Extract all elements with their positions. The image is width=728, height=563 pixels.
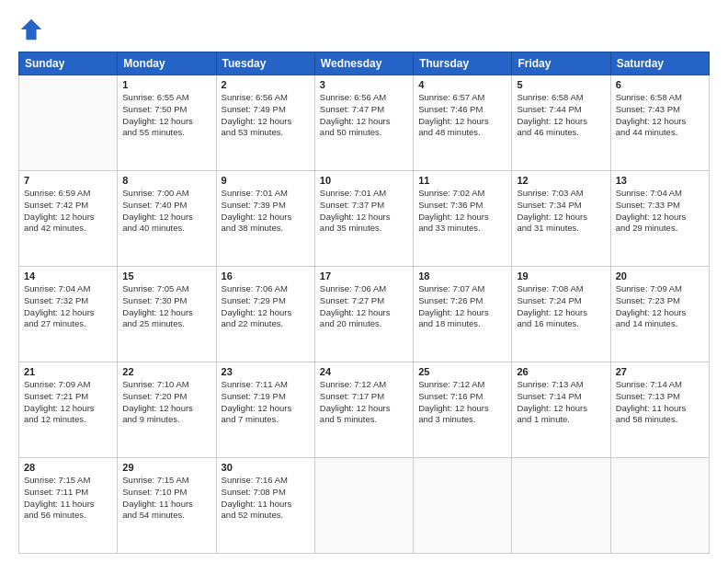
page: SundayMondayTuesdayWednesdayThursdayFrid… xyxy=(0,0,728,563)
cell-info: Sunrise: 7:08 AM Sunset: 7:24 PM Dayligh… xyxy=(517,283,605,330)
day-number: 9 xyxy=(222,175,310,186)
day-number: 7 xyxy=(24,175,112,186)
calendar-cell xyxy=(512,458,610,554)
cell-info: Sunrise: 7:05 AM Sunset: 7:30 PM Dayligh… xyxy=(122,283,210,330)
cell-info: Sunrise: 6:56 AM Sunset: 7:47 PM Dayligh… xyxy=(320,92,408,139)
calendar-cell xyxy=(19,75,118,171)
cell-info: Sunrise: 7:02 AM Sunset: 7:36 PM Dayligh… xyxy=(418,188,506,235)
cell-info: Sunrise: 7:01 AM Sunset: 7:37 PM Dayligh… xyxy=(320,188,408,235)
calendar-cell: 17Sunrise: 7:06 AM Sunset: 7:27 PM Dayli… xyxy=(314,267,413,362)
calendar-cell: 29Sunrise: 7:15 AM Sunset: 7:10 PM Dayli… xyxy=(118,458,216,554)
calendar-cell xyxy=(414,458,512,554)
svg-marker-0 xyxy=(21,19,41,40)
cell-info: Sunrise: 7:01 AM Sunset: 7:39 PM Dayligh… xyxy=(222,188,310,235)
calendar-week-row-4: 21Sunrise: 7:09 AM Sunset: 7:21 PM Dayli… xyxy=(19,362,710,458)
weekday-header-saturday: Saturday xyxy=(610,52,709,75)
day-number: 22 xyxy=(122,366,210,377)
cell-info: Sunrise: 7:15 AM Sunset: 7:11 PM Dayligh… xyxy=(24,475,112,522)
cell-info: Sunrise: 6:58 AM Sunset: 7:44 PM Dayligh… xyxy=(517,92,605,139)
calendar-cell: 21Sunrise: 7:09 AM Sunset: 7:21 PM Dayli… xyxy=(19,362,118,458)
calendar-cell: 12Sunrise: 7:03 AM Sunset: 7:34 PM Dayli… xyxy=(512,171,610,267)
calendar-cell: 19Sunrise: 7:08 AM Sunset: 7:24 PM Dayli… xyxy=(512,267,610,362)
day-number: 19 xyxy=(517,270,605,282)
logo-icon xyxy=(18,17,44,42)
cell-info: Sunrise: 7:12 AM Sunset: 7:16 PM Dayligh… xyxy=(418,379,506,426)
cell-info: Sunrise: 7:03 AM Sunset: 7:34 PM Dayligh… xyxy=(517,188,605,235)
calendar-cell: 1Sunrise: 6:55 AM Sunset: 7:50 PM Daylig… xyxy=(118,75,216,171)
day-number: 13 xyxy=(616,175,704,186)
day-number: 18 xyxy=(418,270,506,282)
day-number: 2 xyxy=(222,79,310,90)
calendar-table: SundayMondayTuesdayWednesdayThursdayFrid… xyxy=(18,52,710,554)
weekday-header-tuesday: Tuesday xyxy=(216,52,314,75)
weekday-header-monday: Monday xyxy=(118,52,216,75)
day-number: 12 xyxy=(517,175,605,186)
cell-info: Sunrise: 7:14 AM Sunset: 7:13 PM Dayligh… xyxy=(616,379,704,426)
calendar-cell xyxy=(610,458,709,554)
day-number: 20 xyxy=(616,270,704,282)
cell-info: Sunrise: 7:06 AM Sunset: 7:27 PM Dayligh… xyxy=(320,283,408,330)
weekday-header-sunday: Sunday xyxy=(19,52,118,75)
weekday-header-friday: Friday xyxy=(512,52,610,75)
cell-info: Sunrise: 7:11 AM Sunset: 7:19 PM Dayligh… xyxy=(222,379,310,426)
cell-info: Sunrise: 7:16 AM Sunset: 7:08 PM Dayligh… xyxy=(222,475,310,522)
calendar-cell: 6Sunrise: 6:58 AM Sunset: 7:43 PM Daylig… xyxy=(610,75,709,171)
day-number: 23 xyxy=(222,366,310,377)
calendar-cell: 18Sunrise: 7:07 AM Sunset: 7:26 PM Dayli… xyxy=(414,267,512,362)
cell-info: Sunrise: 6:59 AM Sunset: 7:42 PM Dayligh… xyxy=(24,188,112,235)
cell-info: Sunrise: 7:15 AM Sunset: 7:10 PM Dayligh… xyxy=(122,475,210,522)
calendar-cell: 13Sunrise: 7:04 AM Sunset: 7:33 PM Dayli… xyxy=(610,171,709,267)
cell-info: Sunrise: 6:57 AM Sunset: 7:46 PM Dayligh… xyxy=(418,92,506,139)
calendar-week-row-2: 7Sunrise: 6:59 AM Sunset: 7:42 PM Daylig… xyxy=(19,171,710,267)
calendar-cell: 14Sunrise: 7:04 AM Sunset: 7:32 PM Dayli… xyxy=(19,267,118,362)
cell-info: Sunrise: 6:56 AM Sunset: 7:49 PM Dayligh… xyxy=(222,92,310,139)
day-number: 3 xyxy=(320,79,408,90)
calendar-week-row-3: 14Sunrise: 7:04 AM Sunset: 7:32 PM Dayli… xyxy=(19,267,710,362)
day-number: 26 xyxy=(517,366,605,377)
calendar-week-row-5: 28Sunrise: 7:15 AM Sunset: 7:11 PM Dayli… xyxy=(19,458,710,554)
day-number: 16 xyxy=(222,270,310,282)
day-number: 21 xyxy=(24,366,112,377)
weekday-header-thursday: Thursday xyxy=(414,52,512,75)
calendar-cell: 28Sunrise: 7:15 AM Sunset: 7:11 PM Dayli… xyxy=(19,458,118,554)
day-number: 28 xyxy=(24,462,112,473)
cell-info: Sunrise: 7:06 AM Sunset: 7:29 PM Dayligh… xyxy=(222,283,310,330)
calendar-cell: 22Sunrise: 7:10 AM Sunset: 7:20 PM Dayli… xyxy=(118,362,216,458)
calendar-cell: 26Sunrise: 7:13 AM Sunset: 7:14 PM Dayli… xyxy=(512,362,610,458)
cell-info: Sunrise: 7:04 AM Sunset: 7:33 PM Dayligh… xyxy=(616,188,704,235)
day-number: 27 xyxy=(616,366,704,377)
calendar-cell: 10Sunrise: 7:01 AM Sunset: 7:37 PM Dayli… xyxy=(314,171,413,267)
weekday-header-row: SundayMondayTuesdayWednesdayThursdayFrid… xyxy=(19,52,710,75)
day-number: 1 xyxy=(122,79,210,90)
calendar-cell: 16Sunrise: 7:06 AM Sunset: 7:29 PM Dayli… xyxy=(216,267,314,362)
day-number: 5 xyxy=(517,79,605,90)
day-number: 14 xyxy=(24,270,112,282)
day-number: 24 xyxy=(320,366,408,377)
cell-info: Sunrise: 7:00 AM Sunset: 7:40 PM Dayligh… xyxy=(122,188,210,235)
weekday-header-wednesday: Wednesday xyxy=(314,52,413,75)
calendar-cell: 5Sunrise: 6:58 AM Sunset: 7:44 PM Daylig… xyxy=(512,75,610,171)
cell-info: Sunrise: 6:55 AM Sunset: 7:50 PM Dayligh… xyxy=(122,92,210,139)
calendar-cell: 3Sunrise: 6:56 AM Sunset: 7:47 PM Daylig… xyxy=(314,75,413,171)
calendar-cell: 7Sunrise: 6:59 AM Sunset: 7:42 PM Daylig… xyxy=(19,171,118,267)
cell-info: Sunrise: 7:09 AM Sunset: 7:21 PM Dayligh… xyxy=(24,379,112,426)
day-number: 11 xyxy=(418,175,506,186)
calendar-cell: 15Sunrise: 7:05 AM Sunset: 7:30 PM Dayli… xyxy=(118,267,216,362)
calendar-cell: 11Sunrise: 7:02 AM Sunset: 7:36 PM Dayli… xyxy=(414,171,512,267)
logo xyxy=(18,17,48,42)
calendar-cell: 8Sunrise: 7:00 AM Sunset: 7:40 PM Daylig… xyxy=(118,171,216,267)
cell-info: Sunrise: 6:58 AM Sunset: 7:43 PM Dayligh… xyxy=(616,92,704,139)
day-number: 4 xyxy=(418,79,506,90)
cell-info: Sunrise: 7:09 AM Sunset: 7:23 PM Dayligh… xyxy=(616,283,704,330)
calendar-cell: 20Sunrise: 7:09 AM Sunset: 7:23 PM Dayli… xyxy=(610,267,709,362)
calendar-cell xyxy=(314,458,413,554)
calendar-cell: 23Sunrise: 7:11 AM Sunset: 7:19 PM Dayli… xyxy=(216,362,314,458)
cell-info: Sunrise: 7:13 AM Sunset: 7:14 PM Dayligh… xyxy=(517,379,605,426)
calendar-cell: 25Sunrise: 7:12 AM Sunset: 7:16 PM Dayli… xyxy=(414,362,512,458)
calendar-cell: 30Sunrise: 7:16 AM Sunset: 7:08 PM Dayli… xyxy=(216,458,314,554)
day-number: 10 xyxy=(320,175,408,186)
day-number: 6 xyxy=(616,79,704,90)
cell-info: Sunrise: 7:10 AM Sunset: 7:20 PM Dayligh… xyxy=(122,379,210,426)
calendar-cell: 24Sunrise: 7:12 AM Sunset: 7:17 PM Dayli… xyxy=(314,362,413,458)
day-number: 30 xyxy=(222,462,310,473)
